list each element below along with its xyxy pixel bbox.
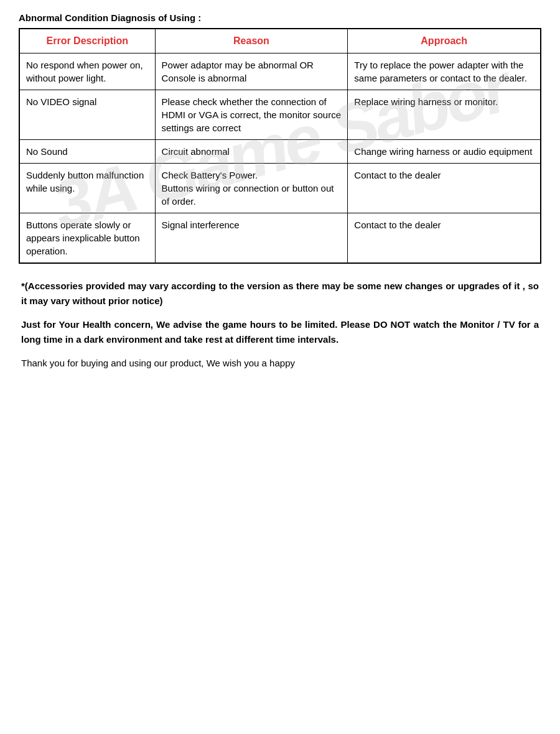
table-row: No VIDEO signalPlease check whether the … <box>20 90 541 140</box>
cell-approach-0: Try to replace the power adapter with th… <box>348 53 541 90</box>
footer-note-accessories: *(Accessories provided may vary accordin… <box>21 279 539 309</box>
cell-approach-4: Contact to the dealer <box>348 213 541 263</box>
header-reason: Reason <box>155 29 348 53</box>
cell-reason-4: Signal interference <box>155 213 348 263</box>
cell-approach-3: Contact to the dealer <box>348 164 541 213</box>
diagnosis-table-container: 3A Game Sabor Error Description Reason A… <box>19 28 541 264</box>
footer-note-health: Just for Your Health concern, We advise … <box>21 317 539 347</box>
footer-note-thankyou: Thank you for buying and using our produ… <box>21 356 539 371</box>
table-row: Suddenly button malfunction while using.… <box>20 164 541 213</box>
cell-reason-0: Power adaptor may be abnormal OR Console… <box>155 53 348 90</box>
cell-approach-1: Replace wiring harness or monitor. <box>348 90 541 140</box>
cell-reason-3: Check Battery's Power.Buttons wiring or … <box>155 164 348 213</box>
footer-section: *(Accessories provided may vary accordin… <box>19 279 541 371</box>
diagnosis-table: Error Description Reason Approach No res… <box>19 29 541 263</box>
cell-reason-2: Circuit abnormal <box>155 140 348 164</box>
cell-error-4: Buttons operate slowly or appears inexpl… <box>20 213 156 263</box>
table-row: No SoundCircuit abnormalChange wiring ha… <box>20 140 541 164</box>
cell-error-3: Suddenly button malfunction while using. <box>20 164 156 213</box>
page-title: Abnormal Condition Diagnosis of Using : <box>19 12 541 23</box>
cell-error-2: No Sound <box>20 140 156 164</box>
cell-error-0: No respond when power on, without power … <box>20 53 156 90</box>
table-row: Buttons operate slowly or appears inexpl… <box>20 213 541 263</box>
header-approach: Approach <box>348 29 541 53</box>
header-error: Error Description <box>20 29 156 53</box>
table-row: No respond when power on, without power … <box>20 53 541 90</box>
cell-approach-2: Change wiring harness or audio equipment <box>348 140 541 164</box>
cell-error-1: No VIDEO signal <box>20 90 156 140</box>
cell-reason-1: Please check whether the connection of H… <box>155 90 348 140</box>
